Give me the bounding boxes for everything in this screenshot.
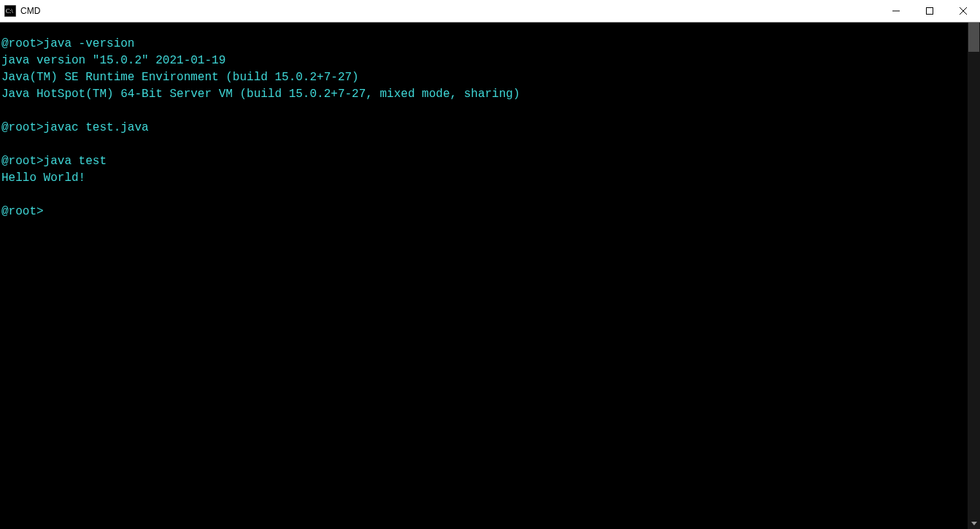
terminal-line: @root> [1,204,968,220]
window-controls [879,0,980,22]
svg-text:C:\: C:\ [6,8,14,15]
cmd-icon: C:\ [4,5,16,17]
scrollbar[interactable] [968,23,980,529]
terminal-blank-line [1,103,968,120]
terminal-line: @root>java test [1,153,968,170]
titlebar: C:\ CMD [0,0,980,22]
titlebar-left: C:\ CMD [4,5,40,17]
svg-rect-3 [927,8,933,15]
window-title: CMD [20,6,40,16]
close-button[interactable] [946,0,980,22]
terminal-line: @root>java -version [1,36,968,53]
terminal-line: Java HotSpot(TM) 64-Bit Server VM (build… [1,86,968,103]
terminal-blank-line [1,136,968,153]
minimize-button[interactable] [879,0,913,22]
terminal-line: @root>javac test.java [1,120,968,136]
terminal-container: @root>java -versionjava version "15.0.2"… [0,22,980,529]
maximize-button[interactable] [913,0,946,22]
svg-marker-6 [971,522,977,525]
terminal-blank-line [1,187,968,204]
scrollbar-thumb[interactable] [968,23,979,52]
terminal-output[interactable]: @root>java -versionjava version "15.0.2"… [0,23,968,529]
terminal-line: Java(TM) SE Runtime Environment (build 1… [1,69,968,86]
terminal-line: java version "15.0.2" 2021-01-19 [1,53,968,69]
terminal-line: Hello World! [1,170,968,187]
scrollbar-down-arrow[interactable] [968,517,980,529]
